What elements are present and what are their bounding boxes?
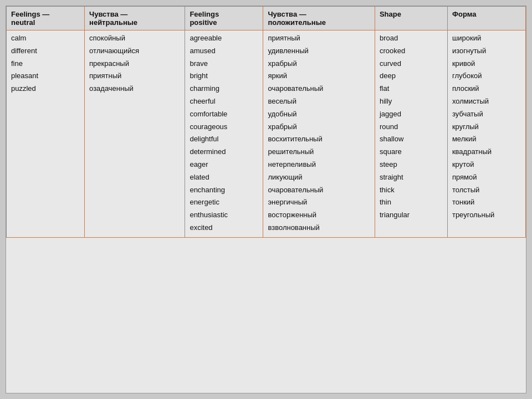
list-item: треугольный: [452, 209, 521, 222]
list-item: взволнованный: [268, 222, 370, 234]
list-item: очаровательный: [268, 83, 370, 95]
list-item: кривой: [452, 58, 521, 70]
col-chuvstva-neutral: спокойныйотличающийсяпрекрасныйприятныйо…: [85, 30, 185, 238]
list-item: восхитительный: [268, 133, 370, 146]
list-item: thin: [380, 196, 443, 209]
list-item: comfortable: [190, 108, 258, 121]
list-item: cheerful: [190, 95, 258, 108]
list-item: jagged: [380, 108, 443, 121]
list-item: изогнутый: [452, 45, 521, 58]
list-item: triangular: [380, 209, 443, 222]
list-item: puzzled: [11, 83, 80, 95]
list-item: [190, 234, 258, 236]
list-item: мелкий: [452, 133, 521, 146]
list-item: храбрый: [268, 121, 370, 134]
list-item: озадаченный: [89, 83, 180, 95]
list-item: очаровательный: [268, 184, 370, 197]
list-item: elated: [190, 171, 258, 184]
list-item: плоский: [452, 83, 521, 95]
list-item: energetic: [190, 196, 258, 209]
list-item: приятный: [268, 32, 370, 45]
col-header-chuvstva-positive: Чувства — положительные: [263, 7, 375, 30]
list-item: eager: [190, 158, 258, 171]
list-item: толстый: [452, 184, 521, 197]
list-item: hilly: [380, 95, 443, 108]
list-item: [89, 108, 180, 109]
list-item: amused: [190, 45, 258, 58]
list-item: enchanting: [190, 184, 258, 197]
list-item: [268, 234, 370, 236]
col-header-chuvstva-neutral: Чувства — нейтральные: [85, 7, 185, 30]
list-item: прекрасный: [89, 58, 180, 70]
list-item: восторженный: [268, 209, 370, 222]
col-header-shape: Shape: [375, 7, 447, 30]
list-item: thick: [380, 184, 443, 197]
list-item: bright: [190, 70, 258, 83]
header-row: Feelings — neutral Чувства — нейтральные…: [7, 7, 526, 30]
col-header-feelings-positive: Feelings positive: [185, 7, 263, 30]
col-feelings-positive: agreeableamusedbravebrightcharmingcheerf…: [185, 30, 263, 238]
list-item: brave: [190, 58, 258, 70]
col-header-feelings-neutral: Feelings — neutral: [7, 7, 85, 30]
vocabulary-table: Feelings — neutral Чувства — нейтральные…: [6, 6, 526, 238]
main-container: Feelings — neutral Чувства — нейтральные…: [6, 6, 526, 393]
list-item: отличающийся: [89, 45, 180, 58]
list-item: приятный: [89, 70, 180, 83]
list-item: steep: [380, 158, 443, 171]
list-item: зубчатый: [452, 108, 521, 121]
list-item: спокойный: [89, 32, 180, 45]
col-forma: широкийизогнутыйкривойглубокойплоскийхол…: [447, 30, 525, 238]
list-item: [11, 108, 80, 109]
list-item: enthusiastic: [190, 209, 258, 222]
list-item: прямой: [452, 171, 521, 184]
list-item: calm: [11, 32, 80, 45]
list-item: flat: [380, 83, 443, 95]
list-item: нетерпеливый: [268, 158, 370, 171]
list-item: решительный: [268, 146, 370, 158]
list-item: храбрый: [268, 58, 370, 70]
list-item: глубокой: [452, 70, 521, 83]
list-item: excited: [190, 222, 258, 234]
list-item: charming: [190, 83, 258, 95]
list-item: determined: [190, 146, 258, 158]
col-feelings-neutral: calmdifferentfinepleasantpuzzled: [7, 30, 85, 238]
list-item: энергичный: [268, 196, 370, 209]
col-header-forma: Форма: [447, 7, 525, 30]
list-item: удивленный: [268, 45, 370, 58]
list-item: pleasant: [11, 70, 80, 83]
list-item: круглый: [452, 121, 521, 134]
col-shape: broadcrookedcurveddeepflathillyjaggedrou…: [375, 30, 447, 238]
list-item: curved: [380, 58, 443, 70]
list-item: ликующий: [268, 171, 370, 184]
list-item: courageous: [190, 121, 258, 134]
list-item: fine: [11, 58, 80, 70]
list-item: crooked: [380, 45, 443, 58]
list-item: веселый: [268, 95, 370, 108]
list-item: straight: [380, 171, 443, 184]
data-row: calmdifferentfinepleasantpuzzledспокойны…: [7, 30, 526, 238]
list-item: широкий: [452, 32, 521, 45]
list-item: different: [11, 45, 80, 58]
list-item: shallow: [380, 133, 443, 146]
list-item: delightful: [190, 133, 258, 146]
list-item: deep: [380, 70, 443, 83]
list-item: удобный: [268, 108, 370, 121]
list-item: крутой: [452, 158, 521, 171]
col-chuvstva-positive: приятныйудивленныйхрабрыйяркийочаровател…: [263, 30, 375, 238]
list-item: тонкий: [452, 196, 521, 209]
list-item: round: [380, 121, 443, 134]
list-item: квадратный: [452, 146, 521, 158]
list-item: square: [380, 146, 443, 158]
list-item: [380, 223, 443, 224]
list-item: холмистый: [452, 95, 521, 108]
list-item: agreeable: [190, 32, 258, 45]
list-item: яркий: [268, 70, 370, 83]
list-item: [452, 223, 521, 224]
list-item: broad: [380, 32, 443, 45]
